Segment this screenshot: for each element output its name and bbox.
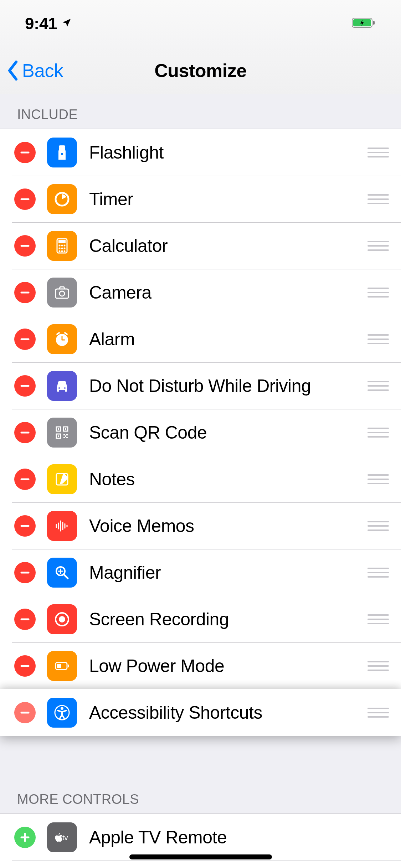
- control-row: Notes: [0, 456, 401, 502]
- drag-handle-icon[interactable]: [367, 428, 389, 438]
- back-label: Back: [22, 60, 63, 81]
- appletv-icon: [47, 822, 77, 852]
- control-row: Apple TV Remote: [0, 814, 401, 861]
- control-row: Scan QR Code: [0, 409, 401, 456]
- remove-button[interactable]: [14, 282, 36, 303]
- svg-rect-1: [373, 21, 375, 25]
- accessibility-icon: [47, 698, 77, 728]
- control-label: Alarm: [89, 329, 367, 350]
- record-icon: [47, 604, 77, 634]
- control-label: Magnifier: [89, 562, 367, 583]
- section-header-include: INCLUDE: [0, 94, 401, 129]
- remove-button[interactable]: [14, 515, 36, 537]
- drag-handle-icon[interactable]: [367, 241, 389, 251]
- control-label: Apple TV Remote: [89, 827, 392, 848]
- magnifier-icon: [47, 558, 77, 588]
- section-header-more: MORE CONTROLS: [0, 779, 401, 813]
- home-indicator[interactable]: [129, 854, 272, 859]
- control-row: Calculator: [0, 222, 401, 269]
- timer-icon: [47, 184, 77, 214]
- qr-icon: [47, 418, 77, 448]
- remove-button[interactable]: [14, 142, 36, 163]
- nav-bar: Back Customize: [0, 47, 401, 94]
- control-label: Scan QR Code: [89, 422, 367, 443]
- control-row: Screen Recording: [0, 596, 401, 642]
- remove-button[interactable]: [14, 469, 36, 490]
- control-label: Calculator: [89, 236, 367, 256]
- remove-button[interactable]: [14, 609, 36, 630]
- chevron-left-icon: [6, 61, 19, 81]
- remove-button[interactable]: [14, 562, 36, 583]
- drag-handle-icon[interactable]: [367, 708, 389, 718]
- drag-handle-icon[interactable]: [367, 148, 389, 157]
- location-icon: [61, 17, 72, 30]
- drag-handle-icon[interactable]: [367, 288, 389, 298]
- back-button[interactable]: Back: [6, 60, 63, 81]
- flashlight-icon: [47, 138, 77, 167]
- control-label: Accessibility Shortcuts: [89, 702, 367, 723]
- remove-button[interactable]: [14, 329, 36, 350]
- drag-handle-icon[interactable]: [367, 661, 389, 671]
- remove-button[interactable]: [14, 188, 36, 210]
- control-row: Timer: [0, 176, 401, 222]
- control-row: Do Not Disturb While Driving: [0, 362, 401, 409]
- include-list: FlashlightTimerCalculatorCameraAlarmDo N…: [0, 129, 401, 736]
- control-row: Voice Memos: [0, 502, 401, 549]
- alarm-icon: [47, 324, 77, 354]
- section-gap: [0, 736, 401, 779]
- battery-icon: [47, 651, 77, 681]
- control-label: Timer: [89, 189, 367, 210]
- control-row: Accessibility Shortcuts: [0, 689, 401, 736]
- control-label: Do Not Disturb While Driving: [89, 376, 367, 396]
- control-row: Alarm: [0, 316, 401, 362]
- drag-handle-icon[interactable]: [367, 474, 389, 484]
- drag-handle-icon[interactable]: [367, 381, 389, 391]
- drag-handle-icon[interactable]: [367, 568, 389, 578]
- control-label: Low Power Mode: [89, 656, 367, 676]
- drag-handle-icon[interactable]: [367, 194, 389, 204]
- control-label: Camera: [89, 282, 367, 303]
- calculator-icon: [47, 231, 77, 261]
- add-button[interactable]: [14, 827, 36, 848]
- status-bar: 9:41: [0, 0, 401, 47]
- remove-button[interactable]: [14, 422, 36, 443]
- control-label: Voice Memos: [89, 516, 367, 536]
- car-icon: [47, 371, 77, 401]
- drag-handle-icon[interactable]: [367, 614, 389, 624]
- control-row: Magnifier: [0, 549, 401, 596]
- drag-handle-icon[interactable]: [367, 334, 389, 344]
- control-row: Camera: [0, 269, 401, 316]
- control-label: Notes: [89, 469, 367, 490]
- notes-icon: [47, 464, 77, 494]
- voicememo-icon: [47, 511, 77, 541]
- control-row: Guided Access: [0, 861, 401, 868]
- camera-icon: [47, 278, 77, 308]
- status-time: 9:41: [25, 14, 57, 33]
- remove-button[interactable]: [14, 375, 36, 397]
- remove-button[interactable]: [14, 702, 36, 723]
- control-row: Flashlight: [0, 129, 401, 176]
- more-list: Apple TV RemoteGuided Access: [0, 813, 401, 868]
- status-left: 9:41: [25, 14, 72, 33]
- control-label: Flashlight: [89, 142, 367, 163]
- battery-charging-icon: [352, 17, 376, 30]
- remove-button[interactable]: [14, 235, 36, 257]
- control-label: Screen Recording: [89, 609, 367, 630]
- drag-handle-icon[interactable]: [367, 521, 389, 531]
- control-row: Low Power Mode: [0, 642, 401, 689]
- remove-button[interactable]: [14, 655, 36, 677]
